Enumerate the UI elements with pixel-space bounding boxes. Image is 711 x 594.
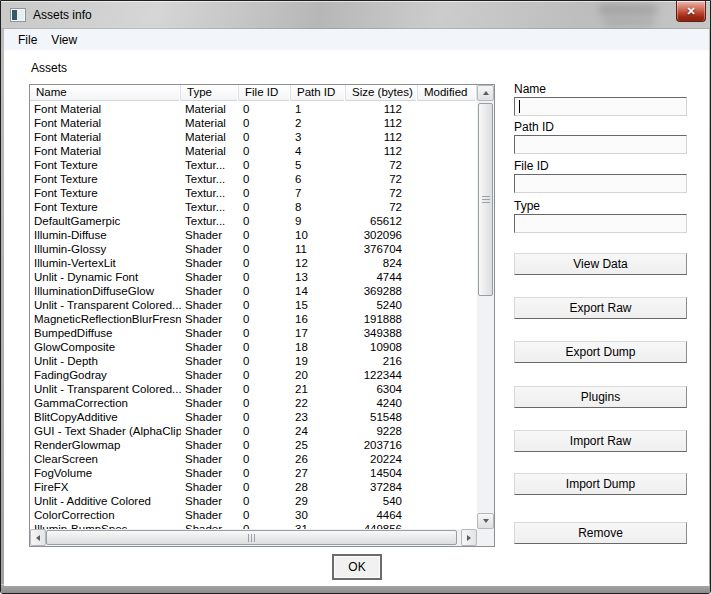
table-row[interactable]: Unlit - DepthShader019216 <box>30 354 477 368</box>
table-row[interactable]: ClearScreenShader02620224 <box>30 452 477 466</box>
table-row[interactable]: BumpedDiffuseShader017349388 <box>30 326 477 340</box>
horizontal-scrollbar[interactable] <box>30 529 477 546</box>
column-header-modified[interactable]: Modified <box>418 85 477 101</box>
table-row[interactable]: Illumin-GlossyShader011376704 <box>30 242 477 256</box>
table-row[interactable]: GlowCompositeShader01810908 <box>30 340 477 354</box>
table-row[interactable]: GammaCorrectionShader0224240 <box>30 396 477 410</box>
import-raw-button[interactable]: Import Raw <box>514 430 687 452</box>
glass-reflection <box>604 18 654 26</box>
table-row[interactable]: FadingGodrayShader020122344 <box>30 368 477 382</box>
ok-button[interactable]: OK <box>332 554 382 580</box>
cell-file-id: 0 <box>239 102 291 116</box>
horizontal-scroll-track[interactable] <box>46 529 461 546</box>
table-row[interactable]: FireFXShader02837284 <box>30 480 477 494</box>
table-row[interactable]: Font MaterialMaterial03112 <box>30 130 477 144</box>
cell-file-id: 0 <box>239 410 291 424</box>
remove-button[interactable]: Remove <box>514 522 687 544</box>
cell-file-id: 0 <box>239 144 291 158</box>
table-row[interactable]: Font MaterialMaterial04112 <box>30 144 477 158</box>
cell-size-bytes: 349388 <box>346 326 418 340</box>
cell-modified <box>418 270 477 284</box>
file-id-label: File ID <box>514 159 687 173</box>
cell-name: FireFX <box>30 480 181 494</box>
table-row[interactable]: Font TextureTextur...0772 <box>30 186 477 200</box>
close-button[interactable]: ✕ <box>676 1 706 22</box>
vertical-scrollbar[interactable] <box>477 85 494 529</box>
scrollbar-corner <box>477 529 494 546</box>
plugins-button[interactable]: Plugins <box>514 386 687 408</box>
table-row[interactable]: FogVolumeShader02714504 <box>30 466 477 480</box>
table-row[interactable]: MagneticReflectionBlurFresnelShader01619… <box>30 312 477 326</box>
cell-name: Font Material <box>30 144 181 158</box>
cell-file-id: 0 <box>239 116 291 130</box>
cell-file-id: 0 <box>239 480 291 494</box>
cell-modified <box>418 298 477 312</box>
scroll-right-button[interactable] <box>461 529 477 546</box>
column-header-name[interactable]: Name <box>30 85 181 101</box>
table-row[interactable]: Unlit - Dynamic FontShader0134744 <box>30 270 477 284</box>
type-field[interactable] <box>514 214 687 233</box>
cell-file-id: 0 <box>239 256 291 270</box>
cell-type: Shader <box>181 242 239 256</box>
import-dump-button[interactable]: Import Dump <box>514 473 687 495</box>
table-row[interactable]: Font MaterialMaterial02112 <box>30 116 477 130</box>
table-row[interactable]: Unlit - Transparent Colored...Shader0155… <box>30 298 477 312</box>
cell-modified <box>418 480 477 494</box>
file-id-field[interactable] <box>514 174 687 193</box>
arrow-down-icon <box>483 519 489 523</box>
menu-view[interactable]: View <box>44 31 84 49</box>
table-row[interactable]: RenderGlowmapShader025203716 <box>30 438 477 452</box>
name-field-group: Name <box>514 82 687 116</box>
cell-path-id: 27 <box>291 466 346 480</box>
file-id-field-group: File ID <box>514 159 687 193</box>
titlebar[interactable]: Assets info ✕ <box>1 1 710 29</box>
cell-size-bytes: 4744 <box>346 270 418 284</box>
vertical-scroll-thumb[interactable] <box>478 103 493 296</box>
table-row[interactable]: Illumin-VertexLitShader012824 <box>30 256 477 270</box>
scroll-up-button[interactable] <box>477 85 494 101</box>
cell-name: Illumin-VertexLit <box>30 256 181 270</box>
table-row[interactable]: Unlit - Transparent Colored...Shader0216… <box>30 382 477 396</box>
table-row[interactable]: DefaultGamerpicTextur...0965612 <box>30 214 477 228</box>
cell-file-id: 0 <box>239 340 291 354</box>
column-header-size-bytes[interactable]: Size (bytes) <box>346 85 418 101</box>
path-id-field[interactable] <box>514 135 687 154</box>
scroll-down-button[interactable] <box>477 513 494 529</box>
cell-modified <box>418 214 477 228</box>
name-field[interactable] <box>514 97 687 116</box>
table-row[interactable]: Font TextureTextur...0872 <box>30 200 477 214</box>
table-row[interactable]: ColorCorrectionShader0304464 <box>30 508 477 522</box>
table-row[interactable]: IlluminationDiffuseGlowShader014369288 <box>30 284 477 298</box>
cell-type: Shader <box>181 396 239 410</box>
view-data-button[interactable]: View Data <box>514 253 687 275</box>
cell-type: Shader <box>181 354 239 368</box>
cell-file-id: 0 <box>239 354 291 368</box>
table-row[interactable]: Font TextureTextur...0572 <box>30 158 477 172</box>
horizontal-scroll-thumb[interactable] <box>46 530 457 545</box>
cell-type: Shader <box>181 508 239 522</box>
close-icon: ✕ <box>686 6 695 17</box>
cell-file-id: 0 <box>239 494 291 508</box>
table-row[interactable]: BlitCopyAdditiveShader02351548 <box>30 410 477 424</box>
cell-path-id: 23 <box>291 410 346 424</box>
table-row[interactable]: GUI - Text Shader (AlphaClip)Shader02492… <box>30 424 477 438</box>
table-row[interactable]: Font MaterialMaterial01112 <box>30 102 477 116</box>
column-header-path-id[interactable]: Path ID <box>291 85 346 101</box>
cell-file-id: 0 <box>239 200 291 214</box>
column-header-type[interactable]: Type <box>181 85 239 101</box>
vertical-scroll-track[interactable] <box>477 101 494 513</box>
cell-path-id: 18 <box>291 340 346 354</box>
table-row[interactable]: Unlit - Additive ColoredShader029540 <box>30 494 477 508</box>
table-row[interactable]: Illumin-DiffuseShader010302096 <box>30 228 477 242</box>
scroll-left-button[interactable] <box>30 529 46 546</box>
cell-size-bytes: 72 <box>346 172 418 186</box>
export-raw-button[interactable]: Export Raw <box>514 297 687 319</box>
cell-path-id: 29 <box>291 494 346 508</box>
cell-file-id: 0 <box>239 368 291 382</box>
table-row[interactable]: Font TextureTextur...0672 <box>30 172 477 186</box>
column-header-file-id[interactable]: File ID <box>239 85 291 101</box>
export-dump-button[interactable]: Export Dump <box>514 341 687 363</box>
cell-name: Font Texture <box>30 200 181 214</box>
cell-size-bytes: 5240 <box>346 298 418 312</box>
menu-file[interactable]: File <box>11 31 44 49</box>
